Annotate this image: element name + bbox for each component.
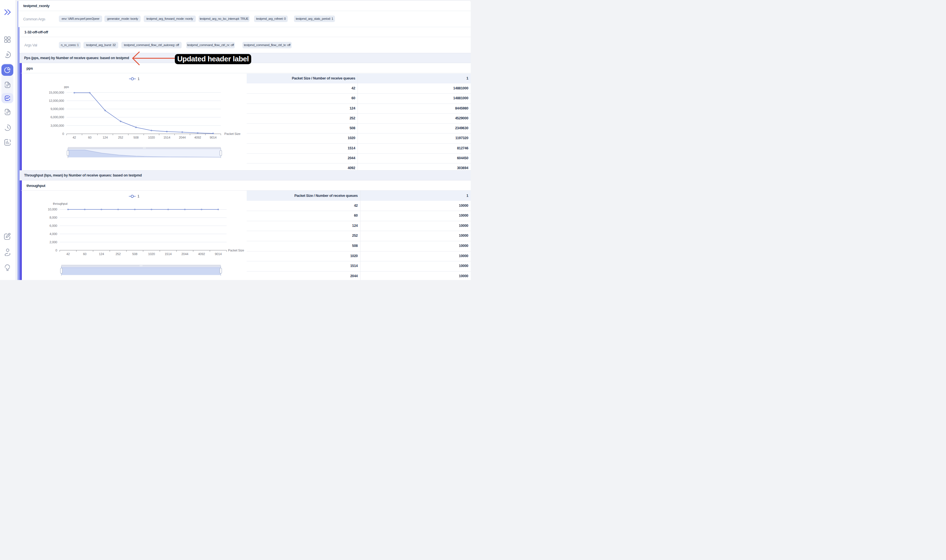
- svg-text:1514: 1514: [163, 136, 170, 139]
- svg-text:2044: 2044: [182, 252, 188, 256]
- svg-text:9014: 9014: [210, 136, 217, 139]
- svg-text:60: 60: [83, 252, 86, 256]
- svg-text:42: 42: [73, 136, 76, 139]
- svg-text:60: 60: [88, 136, 91, 139]
- svg-text:2044: 2044: [179, 136, 186, 139]
- svg-text:508: 508: [134, 136, 138, 139]
- svg-text:Packet Size: Packet Size: [225, 132, 240, 135]
- svg-text:1514: 1514: [165, 252, 171, 256]
- svg-text:8,000: 8,000: [49, 216, 57, 220]
- svg-text:124: 124: [103, 136, 108, 139]
- svg-text:252: 252: [115, 252, 120, 256]
- svg-text:4092: 4092: [198, 252, 205, 256]
- svg-text:2,000: 2,000: [49, 240, 57, 244]
- svg-text:throughput: throughput: [53, 202, 68, 205]
- svg-text:pps: pps: [64, 85, 69, 89]
- svg-text:124: 124: [99, 252, 104, 256]
- svg-text:1: 1: [137, 195, 140, 198]
- svg-text:4092: 4092: [194, 136, 201, 139]
- svg-text:Packet Size: Packet Size: [228, 249, 244, 252]
- svg-text:15,000,000: 15,000,000: [49, 91, 64, 94]
- svg-text:6,000,000: 6,000,000: [50, 116, 64, 119]
- svg-text:1: 1: [137, 77, 140, 81]
- svg-text:12,000,000: 12,000,000: [49, 99, 64, 102]
- svg-text:0: 0: [62, 132, 64, 135]
- svg-text:4,000: 4,000: [49, 232, 57, 235]
- svg-text:252: 252: [118, 136, 123, 139]
- svg-text:508: 508: [132, 252, 137, 256]
- svg-text:3,000,000: 3,000,000: [50, 124, 64, 127]
- svg-text:9,000,000: 9,000,000: [50, 108, 64, 111]
- svg-text:6,000: 6,000: [49, 224, 57, 228]
- svg-text:42: 42: [66, 252, 69, 256]
- svg-text:1020: 1020: [148, 136, 155, 139]
- svg-text:9014: 9014: [215, 252, 222, 256]
- svg-text:0: 0: [55, 249, 57, 252]
- svg-text:10,000: 10,000: [48, 208, 57, 211]
- svg-text:1020: 1020: [148, 252, 155, 256]
